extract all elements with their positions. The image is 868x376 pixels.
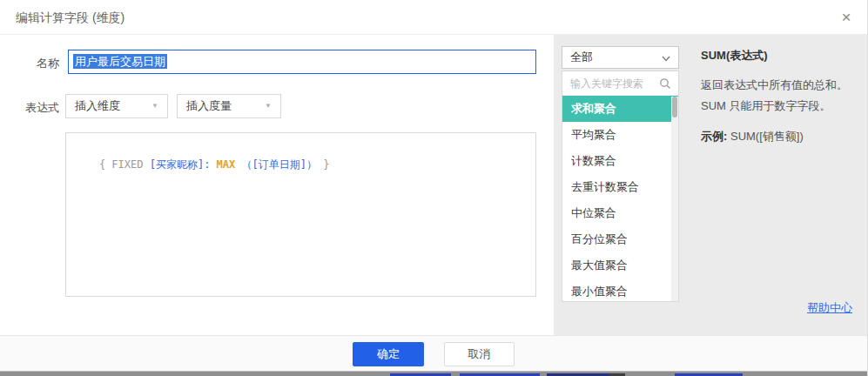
dialog-titlebar: 编辑计算字段 (维度) × [0,0,867,35]
function-search [562,71,678,96]
formula-field-buyer: [买家昵称]: [150,158,217,171]
cancel-button[interactable]: 取消 [444,342,515,366]
function-list: 求和聚合 平均聚合 计数聚合 去重计数聚合 中位聚合 百分位聚合 最大值聚合 最… [562,70,679,302]
name-label: 名称 [16,56,59,71]
list-item-max[interactable]: 最大值聚合 [562,252,678,279]
list-scrollbar-track[interactable] [671,97,678,301]
name-input[interactable]: 用户最后交易日期 [68,50,536,74]
expression-label: 表达式 [16,100,59,116]
function-description-text: 返回表达式中所有值的总和。SUM 只能用于数字字段。 [701,75,859,117]
chevron-down-icon: ▼ [265,95,272,118]
insert-measure-dropdown[interactable]: 插入度量 ▼ [177,94,281,118]
category-filter-dropdown[interactable]: 全部 [562,46,679,69]
category-filter-value: 全部 [570,50,593,64]
formula-field-orderdate: （[订单日期]） [242,158,317,171]
chevron-down-icon [661,53,671,64]
list-item-percentile[interactable]: 百分位聚合 [562,226,678,252]
formula-editor[interactable]: { FIXED [买家昵称]: MAX （[订单日期]） } [65,132,536,297]
dialog-title: 编辑计算字段 (维度) [16,0,124,35]
list-item-median[interactable]: 中位聚合 [562,200,678,226]
list-item-count[interactable]: 计数聚合 [562,148,678,174]
name-input-selected-text: 用户最后交易日期 [73,54,167,69]
function-example: 示例: SUM([销售额]) [701,128,859,145]
background-page-edge [0,371,867,376]
close-icon[interactable]: × [836,7,857,28]
chevron-down-icon: ▼ [151,95,158,118]
formula-keyword-fixed: { FIXED [99,158,150,171]
list-item-sum[interactable]: 求和聚合 [562,96,678,122]
formula-function-max: MAX [217,158,242,171]
search-icon [659,77,671,90]
help-center-link[interactable]: 帮助中心 [807,300,852,316]
formula-brace-close: } [317,158,329,171]
ok-button[interactable]: 确定 [353,342,424,366]
function-signature: SUM(表达式) [701,48,859,64]
dialog-footer: 确定 取消 [0,335,867,371]
function-reference-panel: 全部 求和聚合 平均聚合 计数聚合 去重计数聚合 中位聚合 百分位聚合 最大值聚… [554,35,868,335]
example-value: SUM([销售额]) [727,130,803,143]
list-item-avg[interactable]: 平均聚合 [562,122,678,148]
example-label: 示例: [701,130,727,143]
list-item-count-distinct[interactable]: 去重计数聚合 [562,174,678,200]
insert-dimension-dropdown[interactable]: 插入维度 ▼ [65,94,168,118]
edit-calculated-field-dialog: 编辑计算字段 (维度) × 名称 用户最后交易日期 表达式 插入维度 ▼ 插入度… [0,0,868,376]
list-item-min[interactable]: 最小值聚合 [562,279,678,302]
function-description: SUM(表达式) 返回表达式中所有值的总和。SUM 只能用于数字字段。 示例: … [701,48,859,145]
list-scrollbar-thumb[interactable] [672,97,677,118]
insert-measure-label: 插入度量 [186,99,232,112]
insert-dimension-label: 插入维度 [75,99,120,112]
